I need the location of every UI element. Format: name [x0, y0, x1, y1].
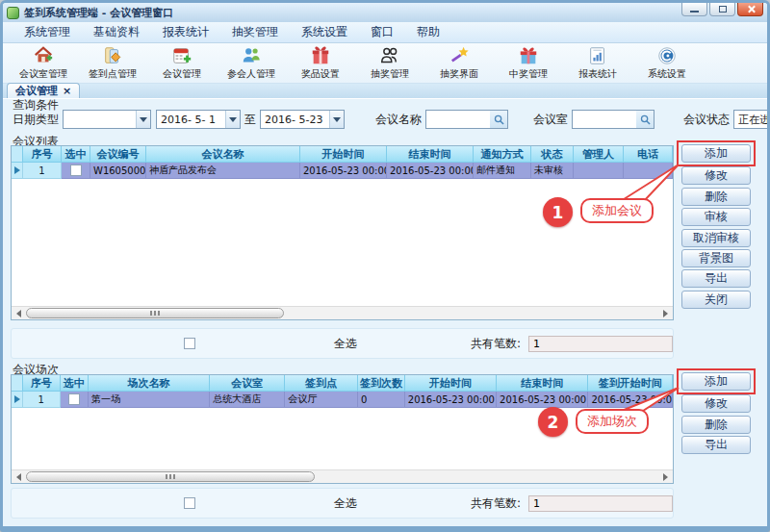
- maximize-button[interactable]: [709, 3, 735, 16]
- session-edit-button[interactable]: 修改: [681, 394, 751, 413]
- col-end-time[interactable]: 结束时间: [497, 375, 588, 392]
- scroll-left-icon[interactable]: [12, 470, 26, 484]
- chevron-down-icon: [136, 111, 150, 128]
- query-row: 日期类型 2016- 5- 1 至 2016- 5-23 会议名称: [13, 109, 770, 130]
- row-selector-icon: [14, 166, 20, 174]
- col-selected[interactable]: 选中: [62, 146, 90, 163]
- session-export-button[interactable]: 导出: [681, 436, 751, 454]
- session-delete-button[interactable]: 删除: [681, 416, 751, 434]
- meeting-add-button[interactable]: 添加: [681, 144, 751, 163]
- col-meeting-id[interactable]: 会议编号: [90, 146, 146, 163]
- meeting-room-input[interactable]: [573, 111, 636, 128]
- select-all-checkbox[interactable]: [184, 338, 195, 349]
- session-add-button[interactable]: 添加: [681, 372, 751, 391]
- cell-meeting-room: 总统大酒店: [210, 392, 285, 408]
- cell-seq: 1: [23, 392, 61, 408]
- meeting-close-button[interactable]: 关闭: [681, 291, 751, 309]
- menu-item-base-data[interactable]: 基础资料: [82, 22, 151, 42]
- meeting-background-button[interactable]: 背景图: [681, 249, 751, 267]
- app-window: 签到系统管理端 - 会议管理窗口 系统管理 基础资料 报表统计 抽奖管理 系统设…: [0, 0, 770, 532]
- cell-start-time: 2016-05-23 00:00: [405, 392, 497, 408]
- menu-item-window[interactable]: 窗口: [359, 22, 405, 42]
- tool-prize-settings[interactable]: 奖品设置: [286, 45, 355, 81]
- horizontal-scrollbar[interactable]: [12, 306, 673, 319]
- tool-meeting-room-mgmt[interactable]: 会议室管理: [9, 45, 78, 81]
- tool-label: 签到点管理: [89, 67, 137, 81]
- menu-bar: 系统管理 基础资料 报表统计 抽奖管理 系统设置 窗口 帮助: [3, 22, 767, 43]
- scroll-right-icon[interactable]: [658, 307, 673, 320]
- col-checkin-count[interactable]: 签到次数: [358, 375, 405, 392]
- col-notify-method[interactable]: 通知方式: [474, 146, 531, 163]
- total-count-field: [528, 336, 673, 352]
- menu-item-help[interactable]: 帮助: [405, 22, 451, 42]
- tool-label: 系统设置: [648, 67, 686, 81]
- col-start-time[interactable]: 开始时间: [300, 146, 387, 163]
- toolbar: 会议室管理 签到点管理 会议管理 参会人管理 奖品设置 抽奖管理 抽奖界面 中: [3, 43, 767, 84]
- close-button[interactable]: [737, 3, 763, 16]
- tool-participants-mgmt[interactable]: 参会人管理: [217, 45, 286, 81]
- table-row[interactable]: 1 W16050001 神盾产品发布会 2016-05-23 00:00 201…: [12, 163, 673, 179]
- scrollbar-thumb[interactable]: [26, 471, 315, 482]
- search-icon[interactable]: [636, 111, 654, 128]
- horizontal-scrollbar[interactable]: [12, 469, 673, 483]
- col-status[interactable]: 状态: [531, 146, 574, 163]
- meeting-delete-button[interactable]: 删除: [681, 188, 751, 206]
- tool-system-settings[interactable]: 系统设置: [632, 45, 702, 81]
- tool-report-stats[interactable]: 报表统计: [563, 45, 632, 81]
- close-icon: [747, 5, 756, 13]
- row-checkbox[interactable]: [68, 393, 80, 405]
- tool-winner-mgmt[interactable]: 中奖管理: [494, 45, 563, 81]
- meeting-name-input[interactable]: [426, 111, 490, 128]
- col-end-time[interactable]: 结束时间: [387, 146, 474, 163]
- col-seq[interactable]: 序号: [23, 146, 62, 163]
- date-type-label: 日期类型: [13, 112, 59, 128]
- participants-icon: [241, 45, 262, 66]
- meeting-export-button[interactable]: 导出: [681, 269, 751, 288]
- meeting-cancel-audit-button[interactable]: 取消审核: [681, 229, 751, 247]
- tool-meeting-mgmt[interactable]: 会议管理: [147, 45, 217, 81]
- tool-label: 抽奖界面: [440, 67, 478, 81]
- col-start-time[interactable]: 开始时间: [405, 375, 497, 392]
- col-selected[interactable]: 选中: [61, 375, 89, 392]
- checkin-point-icon: [102, 45, 123, 66]
- minimize-button[interactable]: [681, 3, 707, 16]
- col-meeting-room[interactable]: 会议室: [210, 375, 285, 392]
- date-to-picker[interactable]: 2016- 5-23: [260, 110, 345, 129]
- scroll-right-icon[interactable]: [658, 470, 673, 484]
- tool-lottery-mgmt[interactable]: 抽奖管理: [355, 45, 424, 81]
- menu-item-system-settings[interactable]: 系统设置: [290, 22, 359, 42]
- tab-close-icon[interactable]: ×: [63, 86, 71, 96]
- row-checkbox[interactable]: [70, 165, 82, 176]
- tab-meeting-mgmt[interactable]: 会议管理 ×: [7, 83, 80, 98]
- sessions-table: 序号 选中 场次名称 会议室 签到点 签到次数 开始时间 结束时间 签到开始时间…: [11, 374, 674, 484]
- tab-strip: 会议管理 ×: [3, 84, 767, 99]
- menu-item-system-mgmt[interactable]: 系统管理: [13, 22, 82, 42]
- col-meeting-name[interactable]: 会议名称: [146, 146, 300, 163]
- date-from-picker[interactable]: 2016- 5- 1: [156, 110, 241, 129]
- annotation-callout: 添加会议: [580, 198, 654, 223]
- magic-wand-icon: [449, 45, 470, 66]
- col-checkin-point[interactable]: 签到点: [285, 375, 358, 392]
- tool-checkin-point-mgmt[interactable]: 签到点管理: [78, 45, 147, 81]
- date-type-select[interactable]: [63, 110, 151, 129]
- scrollbar-thumb[interactable]: [26, 308, 284, 318]
- tool-lottery-ui[interactable]: 抽奖界面: [424, 45, 494, 81]
- scroll-left-icon[interactable]: [12, 307, 26, 320]
- cell-notify-method: 邮件通知: [474, 163, 531, 179]
- col-session-name[interactable]: 场次名称: [89, 375, 210, 392]
- cell-status: 未审核: [531, 163, 574, 179]
- total-count-field: [528, 495, 673, 512]
- meeting-status-select[interactable]: 正在进行: [733, 110, 770, 129]
- search-icon[interactable]: [490, 111, 507, 128]
- meeting-edit-button[interactable]: 修改: [681, 166, 751, 185]
- meeting-audit-button[interactable]: 审核: [681, 208, 751, 226]
- select-all-label: 全选: [334, 336, 357, 352]
- menu-item-lottery-mgmt[interactable]: 抽奖管理: [220, 22, 290, 42]
- meeting-list-table: 序号 选中 会议编号 会议名称 开始时间 结束时间 通知方式 状态 管理人 电话…: [11, 145, 674, 320]
- meeting-status-value: 正在进行: [738, 113, 770, 127]
- minimize-icon: [690, 11, 699, 13]
- col-seq[interactable]: 序号: [23, 375, 61, 392]
- select-all-checkbox[interactable]: [184, 497, 195, 509]
- table-row[interactable]: 1 第一场 总统大酒店 会议厅 0 2016-05-23 00:00 2016-…: [12, 392, 673, 408]
- menu-item-report-stats[interactable]: 报表统计: [151, 22, 220, 42]
